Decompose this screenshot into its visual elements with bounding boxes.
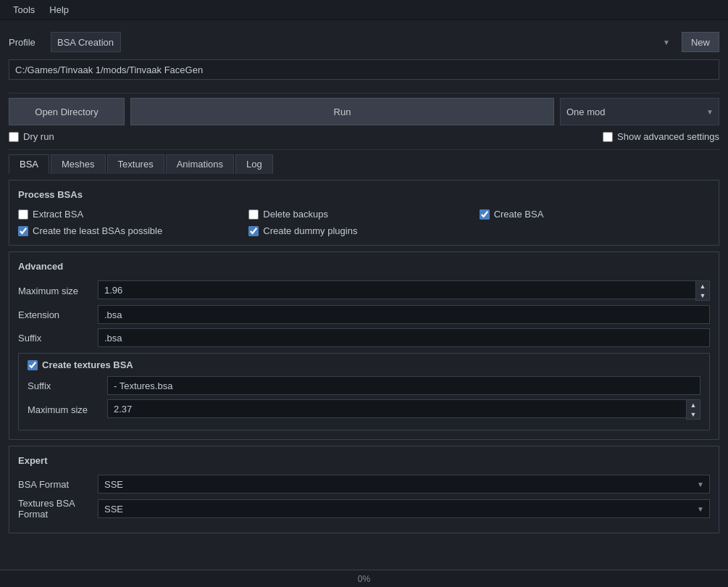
suffix-row: Suffix <box>18 328 710 347</box>
textures-max-size-label: Maximum size <box>28 404 107 415</box>
bsa-format-select[interactable]: SSE TES5 TES4 <box>98 475 710 494</box>
statusbar: 0% <box>0 570 728 587</box>
process-bsas-panel: Process BSAs Extract BSA Delete backups … <box>9 180 719 246</box>
create-dummy-checkbox[interactable] <box>248 226 259 236</box>
profile-select[interactable]: BSA Creation <box>51 32 121 52</box>
max-size-row: Maximum size ▲ ▼ <box>18 280 710 301</box>
textures-bsa-format-row: Textures BSA Format SSE TES5 TES4 <box>18 498 710 520</box>
delete-backups-label[interactable]: Delete backups <box>263 209 328 220</box>
create-textures-bsa-checkbox[interactable] <box>28 360 38 370</box>
textures-max-size-spinbox: ▲ ▼ <box>107 399 700 420</box>
textures-bsa-format-select-wrapper: SSE TES5 TES4 <box>98 499 710 518</box>
bsa-format-select-wrapper: SSE TES5 TES4 <box>98 475 710 494</box>
profile-row: Profile BSA Creation New <box>9 32 719 52</box>
dry-run-checkbox[interactable] <box>9 132 19 142</box>
dry-run-label[interactable]: Dry run <box>9 131 54 142</box>
create-dummy-label[interactable]: Create dummy plugins <box>263 225 357 236</box>
process-bsas-title: Process BSAs <box>18 189 710 200</box>
delete-backups-item: Delete backups <box>248 209 479 220</box>
main-content: Profile BSA Creation New Open Directory … <box>0 20 728 546</box>
tab-animations[interactable]: Animations <box>166 154 234 174</box>
max-size-spin-buttons: ▲ ▼ <box>695 280 710 301</box>
extension-input[interactable] <box>98 305 710 324</box>
max-size-label: Maximum size <box>18 286 98 296</box>
progress-text: 0% <box>358 574 370 584</box>
new-button[interactable]: New <box>682 32 719 52</box>
tab-bsa[interactable]: BSA <box>9 154 49 174</box>
extension-row: Extension <box>18 305 710 324</box>
options-row: Dry run Show advanced settings <box>9 131 719 142</box>
textures-bsa-format-label: Textures BSA Format <box>18 498 98 520</box>
mode-select[interactable]: One mod All mods Several mods <box>560 98 719 125</box>
open-directory-button[interactable]: Open Directory <box>9 98 125 125</box>
textures-max-size-input[interactable] <box>107 399 686 418</box>
max-size-up-button[interactable]: ▲ <box>696 281 709 291</box>
show-advanced-text: Show advanced settings <box>617 131 719 142</box>
create-bsa-item: Create BSA <box>480 209 710 220</box>
bsa-format-label: BSA Format <box>18 479 98 490</box>
textures-suffix-row: Suffix <box>28 376 700 395</box>
textures-bsa-format-select[interactable]: SSE TES5 TES4 <box>98 499 710 518</box>
textures-max-size-row: Maximum size ▲ ▼ <box>28 399 700 420</box>
suffix-input[interactable] <box>98 328 710 347</box>
divider-1 <box>9 93 719 93</box>
extract-bsa-label[interactable]: Extract BSA <box>33 209 83 220</box>
tab-log[interactable]: Log <box>235 154 273 174</box>
tab-meshes[interactable]: Meshes <box>51 154 106 174</box>
extract-bsa-checkbox[interactable] <box>18 209 28 220</box>
expert-title: Expert <box>18 455 710 466</box>
delete-backups-checkbox[interactable] <box>248 209 259 220</box>
show-advanced-checkbox[interactable] <box>603 132 613 142</box>
mode-select-wrapper: One mod All mods Several mods <box>560 98 719 125</box>
textures-max-size-up-button[interactable]: ▲ <box>687 400 700 409</box>
extract-bsa-item: Extract BSA <box>18 209 248 220</box>
expert-panel: Expert BSA Format SSE TES5 TES4 Textures… <box>9 446 719 533</box>
textures-bsa-subsection: Create textures BSA Suffix Maximum size … <box>18 353 710 430</box>
show-advanced-label[interactable]: Show advanced settings <box>603 131 719 142</box>
dry-run-text: Dry run <box>23 131 54 142</box>
create-least-label[interactable]: Create the least BSAs possible <box>33 225 162 236</box>
textures-bsa-header: Create textures BSA <box>28 359 700 370</box>
max-size-down-button[interactable]: ▼ <box>696 291 709 300</box>
create-bsa-label[interactable]: Create BSA <box>494 209 544 220</box>
textures-max-size-down-button[interactable]: ▼ <box>687 409 700 419</box>
textures-bsa-title: Create textures BSA <box>42 359 133 370</box>
tab-textures[interactable]: Textures <box>107 154 164 174</box>
bsa-format-row: BSA Format SSE TES5 TES4 <box>18 475 710 494</box>
create-least-checkbox[interactable] <box>18 226 28 236</box>
run-button[interactable]: Run <box>130 98 554 125</box>
path-input[interactable] <box>9 59 719 80</box>
extension-label: Extension <box>18 309 98 320</box>
max-size-spinbox: ▲ ▼ <box>98 280 710 301</box>
process-bsas-grid: Extract BSA Delete backups Create BSA Cr… <box>18 209 710 236</box>
create-bsa-checkbox[interactable] <box>480 209 490 220</box>
advanced-panel: Advanced Maximum size ▲ ▼ Extension Suff… <box>9 251 719 440</box>
action-row: Open Directory Run One mod All mods Seve… <box>9 98 719 125</box>
textures-max-size-spin-buttons: ▲ ▼ <box>686 399 700 420</box>
menu-help[interactable]: Help <box>42 1 76 18</box>
menubar: Tools Help <box>0 0 728 20</box>
suffix-label: Suffix <box>18 333 98 344</box>
advanced-title: Advanced <box>18 261 710 272</box>
create-dummy-item: Create dummy plugins <box>248 225 479 236</box>
profile-select-wrapper: BSA Creation <box>51 32 676 52</box>
tabs-row: BSA Meshes Textures Animations Log <box>9 154 719 174</box>
max-size-input[interactable] <box>98 280 695 299</box>
profile-label: Profile <box>9 37 45 48</box>
create-least-item: Create the least BSAs possible <box>18 225 248 236</box>
textures-suffix-input[interactable] <box>107 376 700 395</box>
textures-suffix-label: Suffix <box>28 380 107 391</box>
menu-tools[interactable]: Tools <box>6 1 42 18</box>
divider-2 <box>9 149 719 150</box>
